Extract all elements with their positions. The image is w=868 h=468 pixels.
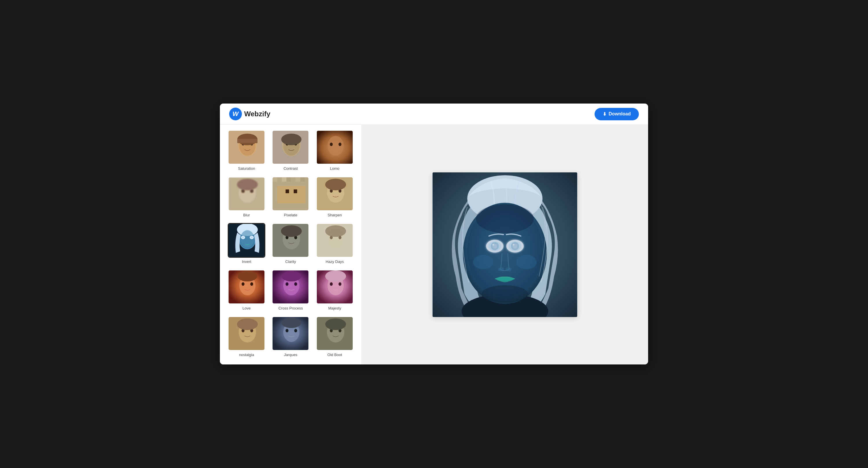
filter-thumb-lomo bbox=[316, 130, 353, 164]
svg-rect-30 bbox=[300, 177, 305, 182]
filter-thumb-pixelate bbox=[272, 177, 309, 211]
filter-item-blur[interactable]: Blur bbox=[224, 174, 269, 220]
svg-rect-25 bbox=[277, 177, 282, 182]
app-window: W Webzify ⬇ Download bbox=[220, 103, 648, 365]
filter-thumb-nostalgia bbox=[228, 316, 265, 351]
svg-rect-31 bbox=[305, 177, 309, 182]
filter-label-pixelate: Pixelate bbox=[284, 213, 297, 217]
filter-thumb-invert bbox=[228, 223, 265, 258]
svg-point-63 bbox=[242, 282, 245, 286]
filter-item-contrast[interactable]: Contrast bbox=[269, 127, 312, 174]
filter-item-lomo[interactable]: Lomo bbox=[313, 127, 357, 174]
download-button[interactable]: ⬇ Download bbox=[595, 108, 639, 120]
svg-rect-28 bbox=[291, 177, 296, 182]
svg-rect-34 bbox=[294, 189, 297, 193]
download-label: Download bbox=[609, 112, 631, 117]
svg-point-47 bbox=[242, 236, 244, 239]
filter-item-old-boot[interactable]: Old Boot bbox=[313, 313, 357, 360]
svg-point-17 bbox=[339, 143, 341, 146]
filter-thumb-old-boot bbox=[316, 316, 353, 351]
svg-rect-26 bbox=[282, 177, 286, 182]
svg-point-75 bbox=[330, 282, 333, 286]
svg-point-77 bbox=[325, 271, 346, 282]
filter-item-clarity[interactable]: Clarity bbox=[269, 220, 312, 267]
filter-thumb-sharpen bbox=[316, 177, 353, 211]
filter-item-jarques[interactable]: Jarques bbox=[269, 313, 312, 360]
svg-point-76 bbox=[339, 282, 341, 286]
logo-icon: W bbox=[229, 107, 242, 120]
svg-point-65 bbox=[238, 271, 257, 281]
filter-label-hazy-days: Hazy Days bbox=[326, 259, 344, 264]
download-icon: ⬇ bbox=[603, 112, 607, 117]
svg-point-70 bbox=[294, 282, 297, 286]
filter-label-love: Love bbox=[243, 306, 251, 310]
logo-area: W Webzify bbox=[229, 107, 270, 120]
filter-item-invert[interactable]: Invert bbox=[224, 220, 269, 267]
filter-thumb-cross-process bbox=[272, 270, 309, 304]
svg-rect-32 bbox=[277, 186, 306, 204]
filter-item-hazy-days[interactable]: Hazy Days bbox=[313, 220, 357, 267]
filter-item-cross-process[interactable]: Cross Process bbox=[269, 267, 312, 313]
filter-label-nostalgia: nostalgia bbox=[239, 352, 254, 357]
filter-label-clarity: Clarity bbox=[285, 259, 296, 264]
svg-point-69 bbox=[286, 282, 288, 286]
filter-thumb-hazy-days bbox=[316, 223, 353, 258]
preview-area bbox=[362, 125, 648, 365]
filter-grid: Saturation Contras bbox=[220, 127, 361, 360]
svg-point-53 bbox=[281, 225, 302, 237]
svg-point-48 bbox=[251, 236, 253, 239]
svg-point-120 bbox=[463, 203, 547, 304]
svg-point-86 bbox=[286, 329, 288, 332]
svg-point-71 bbox=[281, 271, 301, 281]
svg-point-59 bbox=[325, 225, 346, 237]
filter-label-saturation: Saturation bbox=[238, 166, 255, 170]
filter-label-old-boot: Old Boot bbox=[328, 352, 342, 357]
filter-label-cross-process: Cross Process bbox=[278, 306, 303, 310]
filter-label-sharpen: Sharpen bbox=[328, 213, 342, 217]
filter-thumb-contrast bbox=[272, 130, 309, 164]
filter-label-majesty: Majesty bbox=[328, 306, 341, 310]
preview-image bbox=[433, 173, 577, 317]
filter-label-invert: Invert bbox=[242, 259, 251, 264]
filter-label-jarques: Jarques bbox=[284, 352, 297, 357]
filter-thumb-saturation bbox=[228, 130, 265, 164]
svg-rect-6 bbox=[237, 139, 257, 143]
svg-point-16 bbox=[330, 143, 333, 146]
filter-label-blur: Blur bbox=[243, 213, 250, 217]
svg-point-39 bbox=[325, 179, 346, 190]
filter-panel: Saturation Contras bbox=[220, 125, 362, 365]
filter-thumb-clarity bbox=[272, 223, 309, 258]
filter-item-nostalgia[interactable]: nostalgia bbox=[224, 313, 269, 360]
svg-point-93 bbox=[325, 318, 346, 330]
filter-item-pixelate[interactable]: Pixelate bbox=[269, 174, 312, 220]
svg-rect-29 bbox=[296, 177, 300, 182]
svg-point-87 bbox=[294, 329, 297, 332]
svg-point-15 bbox=[328, 136, 344, 156]
filter-thumb-blur bbox=[228, 177, 265, 211]
filter-item-saturation[interactable]: Saturation bbox=[224, 127, 269, 174]
main-content: Saturation Contras bbox=[220, 125, 648, 365]
svg-point-22 bbox=[237, 179, 258, 190]
preview-image-container bbox=[433, 173, 577, 317]
filter-item-sharpen[interactable]: Sharpen bbox=[313, 174, 357, 220]
filter-item-majesty[interactable]: Majesty bbox=[313, 267, 357, 313]
svg-point-12 bbox=[281, 134, 302, 145]
filter-item-love[interactable]: Love bbox=[224, 267, 269, 313]
svg-rect-33 bbox=[286, 189, 289, 193]
filter-label-contrast: Contrast bbox=[283, 166, 298, 170]
filter-thumb-jarques bbox=[272, 316, 309, 351]
svg-rect-27 bbox=[286, 177, 291, 182]
filter-thumb-majesty bbox=[316, 270, 353, 304]
svg-rect-24 bbox=[273, 177, 277, 182]
logo-text: Webzify bbox=[244, 110, 270, 118]
filter-thumb-love bbox=[228, 270, 265, 304]
svg-point-64 bbox=[250, 282, 253, 286]
svg-point-88 bbox=[281, 318, 301, 328]
filter-label-lomo: Lomo bbox=[330, 166, 340, 170]
header: W Webzify ⬇ Download bbox=[220, 103, 648, 125]
svg-point-82 bbox=[237, 318, 258, 330]
